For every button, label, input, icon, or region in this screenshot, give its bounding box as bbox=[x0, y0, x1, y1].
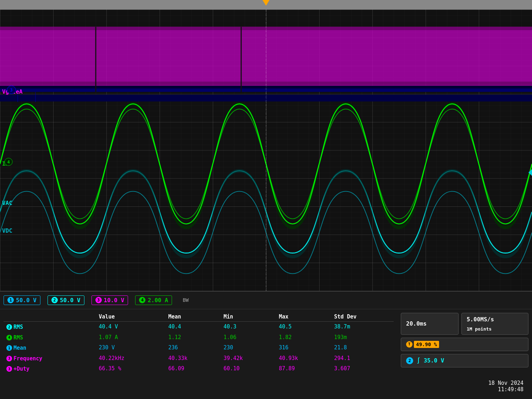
meas-tbody: 2 RMS 40.4 V40.440.340.538.7m 4 RMS 1.07… bbox=[4, 321, 394, 374]
meas-min: 230 bbox=[221, 343, 276, 353]
col-header-value: Value bbox=[96, 312, 165, 322]
bottom-area: 1 50.0 V 2 50.0 V 3 10.0 V 4 2.00 A BW bbox=[0, 291, 532, 399]
timebase-box[interactable]: 20.0ms bbox=[401, 313, 459, 335]
meas-label: 3 Frequency bbox=[4, 353, 96, 364]
datetime: 18 Nov 2024 11:49:48 bbox=[401, 377, 528, 395]
meas-mean: 40.4 bbox=[165, 321, 221, 332]
date-display: 18 Nov 2024 bbox=[406, 380, 523, 386]
col-header-mean: Mean bbox=[165, 312, 221, 322]
ch2-trigger-circle: 2 bbox=[406, 357, 413, 364]
meas-std: 21.8 bbox=[331, 343, 394, 353]
meas-std: 38.7m bbox=[331, 321, 394, 332]
meas-value: 40.22kHz bbox=[96, 353, 165, 364]
ch2-scale-value: 50.0 V bbox=[60, 297, 81, 304]
meas-std: 193m bbox=[331, 332, 394, 343]
trigger-level: 35.0 V bbox=[424, 357, 444, 364]
ch3-scale-value: 10.0 V bbox=[104, 297, 124, 304]
ch2-scale-item[interactable]: 2 50.0 V bbox=[48, 295, 84, 305]
meas-max: 1.82 bbox=[276, 332, 331, 343]
svg-text:4: 4 bbox=[7, 160, 10, 165]
meas-std: 3.607 bbox=[331, 364, 394, 374]
trigger-percent: 49.90 % bbox=[414, 341, 439, 348]
meas-label: 1 Mean bbox=[4, 343, 96, 353]
right-controls: 20.0ms 5.00MS/s 1M points T 49.90 % bbox=[397, 309, 532, 399]
meas-max: 87.89 bbox=[276, 364, 331, 374]
ch3-scale-item[interactable]: 3 10.0 V bbox=[92, 295, 128, 305]
timebase-value: 20.0ms bbox=[406, 320, 427, 327]
meas-min: 60.10 bbox=[221, 364, 276, 374]
meas-max: 40.5 bbox=[276, 321, 331, 332]
measurements-table: Value Mean Min Max Std Dev 2 RMS 40.4 V4… bbox=[0, 309, 397, 399]
meas-mean: 236 bbox=[165, 343, 221, 353]
meas-row: 3 +Duty 66.35 %66.0960.1087.893.607 bbox=[4, 364, 394, 374]
col-header-label bbox=[4, 312, 96, 322]
meas-value: 66.35 % bbox=[96, 364, 165, 374]
trigger-ch-circle: T bbox=[406, 341, 412, 348]
time-display: 11:49:48 bbox=[406, 386, 523, 393]
col-header-stddev: Std Dev bbox=[331, 312, 394, 322]
meas-min: 1.06 bbox=[221, 332, 276, 343]
svg-text:VAC: VAC bbox=[2, 200, 12, 207]
meas-value: 1.07 A bbox=[96, 332, 165, 343]
meas-mean: 66.09 bbox=[165, 364, 221, 374]
ch1-scale-item[interactable]: 1 50.0 V bbox=[4, 295, 40, 305]
meas-mean: 1.12 bbox=[165, 332, 221, 343]
oscilloscope-display: VgateA IA VAC VDC 3 4 1 50.0 V bbox=[0, 0, 532, 399]
trigger-box[interactable]: T 49.90 % bbox=[401, 338, 528, 351]
top-bar bbox=[0, 0, 532, 10]
center-line bbox=[266, 10, 266, 291]
meas-row: 2 RMS 40.4 V40.440.340.538.7m bbox=[4, 321, 394, 332]
ch3-number: 3 bbox=[95, 297, 102, 303]
meas-max: 316 bbox=[276, 343, 331, 353]
meas-max: 40.93k bbox=[276, 353, 331, 364]
ch2-number: 2 bbox=[51, 297, 58, 303]
trigger-type: ∫ bbox=[417, 357, 420, 364]
ch4-number: 4 bbox=[139, 297, 145, 303]
svg-text:VDC: VDC bbox=[2, 227, 12, 234]
meas-row: 4 RMS 1.07 A1.121.061.82193m bbox=[4, 332, 394, 343]
ch1-scale-value: 50.0 V bbox=[16, 297, 37, 304]
ch4-scale-item[interactable]: 4 2.00 A bbox=[135, 295, 172, 305]
meas-mean: 40.33k bbox=[165, 353, 221, 364]
col-header-min: Min bbox=[221, 312, 276, 322]
samplerate-box: 5.00MS/s 1M points bbox=[461, 313, 528, 335]
svg-text:3: 3 bbox=[10, 88, 12, 93]
meas-label: 3 +Duty bbox=[4, 364, 96, 374]
ch1-number: 1 bbox=[7, 297, 14, 303]
meas-label: 2 RMS bbox=[4, 321, 96, 332]
meas-value: 40.4 V bbox=[96, 321, 165, 332]
ch2-trigger-box[interactable]: 2 ∫ 35.0 V bbox=[401, 354, 528, 367]
memory-value: 1M points bbox=[467, 326, 492, 332]
meas-min: 40.3 bbox=[221, 321, 276, 332]
samplerate-value: 5.00MS/s bbox=[467, 316, 494, 323]
meas-std: 294.1 bbox=[331, 353, 394, 364]
meas-min: 39.42k bbox=[221, 353, 276, 364]
meas-row: 1 Mean 230 V23623031621.8 bbox=[4, 343, 394, 353]
meas-label: 4 RMS bbox=[4, 332, 96, 343]
meas-row: 3 Frequency 40.22kHz40.33k39.42k40.93k29… bbox=[4, 353, 394, 364]
bw-label: BW bbox=[183, 297, 189, 303]
waveform-area: VgateA IA VAC VDC 3 4 bbox=[0, 10, 532, 291]
col-header-max: Max bbox=[276, 312, 331, 322]
ch4-scale-value: 2.00 A bbox=[148, 297, 168, 304]
scale-row: 1 50.0 V 2 50.0 V 3 10.0 V 4 2.00 A BW bbox=[0, 292, 532, 309]
meas-value: 230 V bbox=[96, 343, 165, 353]
trigger-marker bbox=[262, 0, 270, 6]
measurements-area: Value Mean Min Max Std Dev 2 RMS 40.4 V4… bbox=[0, 309, 532, 399]
